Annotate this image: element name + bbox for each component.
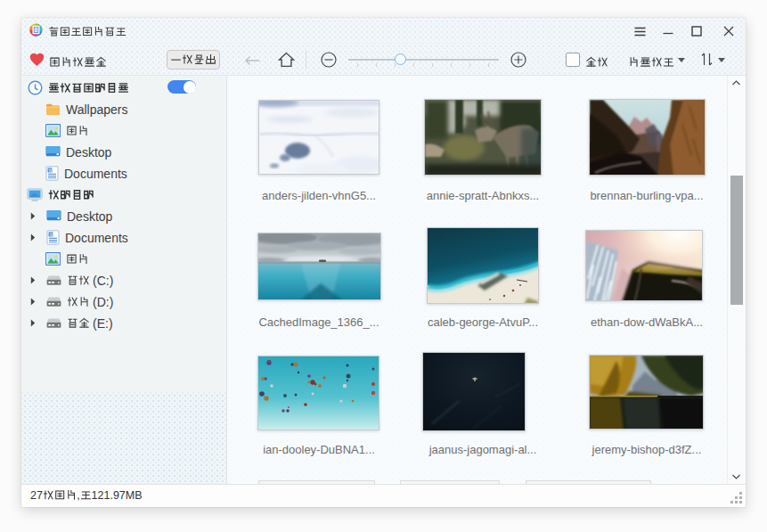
svg-text:W: W (49, 168, 53, 173)
svg-text:W: W (50, 233, 54, 237)
